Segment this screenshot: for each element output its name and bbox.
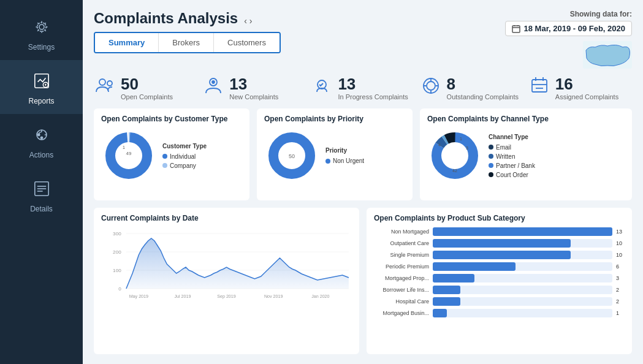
svg-text:Sep 2019: Sep 2019 [217,294,236,299]
sidebar-item-actions[interactable]: Actions [0,114,83,168]
bar-track [433,251,612,259]
open-complaints-number: 50 [121,76,173,92]
svg-point-0 [39,25,44,29]
priority-legend: Priority Non Urgent [325,147,364,164]
priority-chart: Open Complaints by Priority 50 Priority … [257,108,413,200]
bar-chart-rows: Non Mortgaged 13 Outpatient Care 10 Sing… [374,227,625,317]
bar-chart-card: Open Complaints by Product Sub Category … [367,208,632,354]
assigned-label: Assigned Complaints [555,93,618,100]
svg-text:1: 1 [123,145,125,150]
bar-label: Borrower Life Ins... [374,287,429,293]
svg-rect-23 [532,80,547,92]
stat-assigned: 16 Assigned Complaints [528,75,632,101]
tab-bar: Summary Brokers Customers [94,32,281,53]
svg-text:1: 1 [460,137,462,141]
svg-text:49: 49 [126,151,132,156]
customer-type-legend: Customer Type Individual Company [162,143,207,169]
sidebar-item-details[interactable]: Details [0,168,83,222]
bar-fill [433,262,516,271]
channel-type-donut: 42 3 1 4 [427,128,482,183]
svg-rect-11 [512,26,520,32]
next-arrow[interactable]: › [249,16,253,26]
tab-brokers[interactable]: Brokers [159,33,214,52]
sidebar-item-label: Actions [29,151,53,159]
customer-type-title: Open Complaints by Customer Type [101,115,242,123]
bar-label: Non Mortgaged [374,229,429,235]
header-right: Showing data for: 18 Mar, 2019 - 09 Feb,… [505,10,633,69]
prev-arrow[interactable]: ‹ [244,16,247,26]
bar-track [433,239,612,248]
svg-text:42: 42 [452,169,457,173]
bar-track [433,274,612,282]
bar-fill [433,297,460,306]
settings-icon [29,15,54,39]
svg-text:100: 100 [113,268,121,273]
bar-fill [433,239,571,248]
svg-text:3: 3 [466,146,468,150]
stat-in-progress: 13 In Progress Complaints [311,75,414,101]
svg-text:Jan 2020: Jan 2020 [311,294,329,298]
in-progress-icon [311,75,333,101]
bar-value: 13 [616,229,625,235]
bar-row: Non Mortgaged 13 [374,227,625,236]
sidebar-item-reports[interactable]: Reports [0,60,83,114]
date-range-display[interactable]: 18 Mar, 2019 - 09 Feb, 2020 [505,21,633,36]
bar-chart-title: Open Complaints by Product Sub Category [374,214,625,222]
svg-text:50: 50 [289,153,295,159]
open-complaints-icon [94,75,116,101]
main-content: Complaints Analysis ‹ › Summary Brokers … [83,0,643,364]
sidebar-item-settings[interactable]: Settings [0,6,83,60]
outstanding-icon [420,75,442,101]
bar-value: 2 [616,298,625,305]
bar-value: 2 [616,287,625,293]
bar-value: 6 [616,264,625,270]
bar-track [433,227,612,236]
bar-row: Outpatient Care 10 [374,239,625,248]
sidebar-item-label: Settings [28,43,55,51]
tab-customers[interactable]: Customers [214,33,280,52]
assigned-number: 16 [555,76,618,92]
svg-text:4: 4 [438,143,441,147]
stats-row: 50 Open Complaints 13 New Complaints [94,75,632,101]
details-icon [29,176,54,201]
bar-fill [433,309,447,317]
svg-point-16 [99,79,105,85]
bar-row: Mortgaged Busin... 1 [374,309,625,317]
stat-new-complaints: 13 New Complaints [202,75,306,101]
svg-text:Jul 2019: Jul 2019 [174,294,191,298]
reports-icon [29,69,54,93]
line-chart-title: Current Complaints by Date [101,214,352,222]
sidebar-item-label: Reports [28,97,54,105]
channel-type-legend: Channel Type Email Written Partner / Ban… [489,134,535,178]
new-complaints-icon [202,75,224,101]
bar-track [433,286,612,294]
bar-label: Mortgaged Busin... [374,310,429,316]
svg-point-19 [212,81,215,83]
bar-row: Mortgaged Prop... 3 [374,274,625,282]
svg-text:200: 200 [113,249,121,255]
stat-open-complaints: 50 Open Complaints [94,75,197,101]
svg-point-22 [427,82,435,90]
priority-donut: 50 [264,128,319,183]
new-complaints-label: New Complaints [229,93,278,100]
svg-text:May 2019: May 2019 [129,294,148,299]
bar-value: 3 [616,275,625,281]
channel-type-chart: Open Complaints by Channel Type [420,108,632,200]
bar-fill [433,286,460,294]
svg-text:300: 300 [113,231,121,237]
assigned-icon [528,75,550,101]
charts-row: Open Complaints by Customer Type 49 1 Cu… [94,108,632,200]
tab-summary[interactable]: Summary [95,33,159,52]
line-chart-card: Current Complaints by Date 300 200 100 0… [94,208,359,354]
page-title: Complaints Analysis [94,10,238,27]
bar-track [433,297,612,306]
customer-type-donut: 49 1 [101,128,156,183]
bar-label: Mortgaged Prop... [374,275,429,281]
svg-point-17 [107,81,112,86]
bar-label: Outpatient Care [374,240,429,246]
date-range-text: 18 Mar, 2019 - 09 Feb, 2020 [524,24,626,33]
bar-fill [433,227,612,236]
bar-value: 10 [616,240,625,246]
bar-row: Borrower Life Ins... 2 [374,286,625,294]
header-left: Complaints Analysis ‹ › Summary Brokers … [94,10,281,53]
